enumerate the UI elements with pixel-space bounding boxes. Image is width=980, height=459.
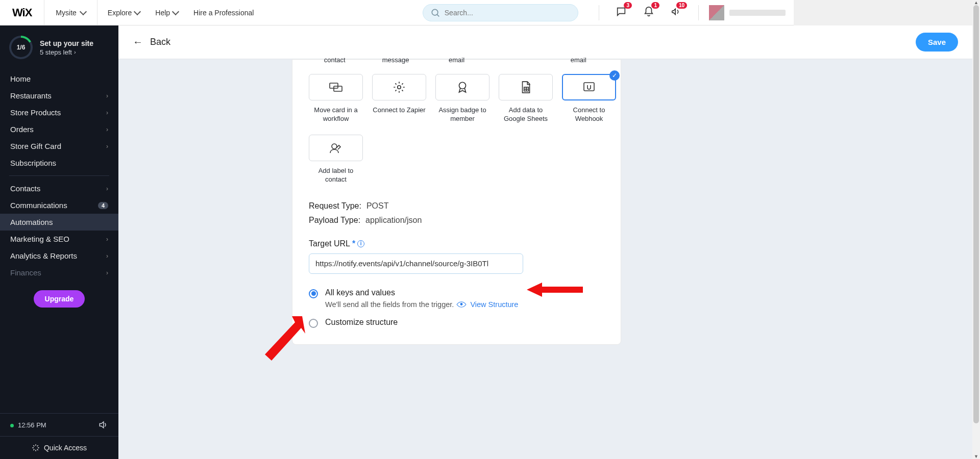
info-icon[interactable]: i — [357, 240, 364, 247]
chevron-down-icon — [172, 8, 179, 15]
sidebar-item-analytics-reports[interactable]: Analytics & Reports› — [0, 247, 118, 264]
sidebar: 1/6 Set up your site 5 steps left› Home … — [0, 26, 118, 459]
chevron-right-icon: › — [106, 126, 108, 133]
chevron-right-icon: › — [106, 269, 108, 276]
scroll-down-icon[interactable]: ▼ — [972, 454, 980, 459]
sidebar-item-restaurants[interactable]: Restaurants› — [0, 87, 118, 104]
menu-help-label: Help — [155, 9, 170, 17]
target-url-input[interactable] — [309, 253, 523, 274]
main-stage: ← Back Save contact message email email … — [118, 26, 972, 459]
setup-title: Set up your site — [40, 39, 93, 47]
sidebar-item-label: Communications — [10, 201, 67, 210]
setup-progress[interactable]: 1/6 Set up your site 5 steps left› — [0, 26, 118, 70]
action-label: email — [571, 56, 586, 65]
status-dot-icon — [10, 424, 14, 427]
action-add-label: Add label to contact — [309, 135, 363, 184]
chevron-right-icon: › — [106, 143, 108, 150]
bell-icon[interactable]: 1 — [643, 6, 654, 19]
announce-badge: 10 — [676, 2, 687, 9]
search-input[interactable] — [445, 9, 571, 17]
scroll-up-icon[interactable]: ▲ — [972, 0, 980, 5]
contact-label-icon — [329, 141, 343, 155]
chevron-right-icon: › — [106, 236, 108, 243]
chevron-right-icon: › — [106, 252, 108, 260]
sidebar-item-finances[interactable]: Finances› — [0, 264, 118, 281]
menu-explore[interactable]: Explore — [108, 9, 140, 17]
divider — [698, 5, 699, 20]
site-name: Mysite — [56, 9, 76, 17]
comm-badge: 4 — [98, 202, 108, 209]
menu-help[interactable]: Help — [155, 9, 178, 17]
wix-logo[interactable]: WiX — [0, 0, 44, 25]
sidebar-item-label: Analytics & Reports — [10, 251, 77, 260]
scroll-thumb[interactable] — [973, 5, 979, 423]
window-scrollbar[interactable]: ▲ ▼ — [972, 0, 980, 459]
quick-access-label: Quick Access — [44, 444, 87, 452]
action-label: contact — [324, 56, 346, 65]
radio-all-keys[interactable]: All keys and values We'll send all the f… — [309, 288, 604, 309]
action-box[interactable] — [309, 74, 363, 100]
action-box-selected[interactable] — [562, 74, 616, 100]
payload-type-label: Payload Type: — [309, 216, 360, 225]
request-type-row: Request Type: POST — [309, 201, 604, 211]
save-button[interactable]: Save — [916, 33, 958, 52]
sparkle-icon — [32, 444, 40, 452]
sidebar-item-home[interactable]: Home — [0, 70, 118, 87]
sidebar-item-store-products[interactable]: Store Products› — [0, 104, 118, 121]
sidebar-item-store-gift-card[interactable]: Store Gift Card› — [0, 138, 118, 155]
radio-all-desc: We'll send all the fields from the trigg… — [325, 300, 518, 309]
sidebar-item-label: Restaurants — [10, 91, 52, 100]
radio-icon — [309, 289, 318, 298]
sidebar-item-marketing-seo[interactable]: Marketing & SEO› — [0, 231, 118, 247]
search-box[interactable] — [423, 4, 578, 21]
chevron-right-icon: › — [106, 92, 108, 99]
action-label: Connect to Webhook — [562, 106, 616, 123]
action-box[interactable] — [372, 74, 426, 100]
action-box[interactable] — [499, 74, 553, 100]
account-menu[interactable] — [709, 5, 794, 20]
quick-access[interactable]: Quick Access — [0, 436, 118, 459]
sidebar-item-label: Contacts — [10, 184, 40, 193]
sidebar-item-subscriptions[interactable]: Subscriptions — [0, 155, 118, 171]
top-bar: WiX Mysite Explore Help Hire a Professio… — [0, 0, 794, 26]
badge-icon — [456, 81, 469, 94]
svg-line-1 — [437, 14, 439, 16]
action-label: message — [382, 56, 409, 65]
payload-type-value: application/json — [365, 216, 422, 225]
announce-icon[interactable]: 10 — [671, 6, 682, 19]
radio-all-title: All keys and values — [325, 288, 518, 297]
site-selector[interactable]: Mysite — [44, 0, 97, 25]
eye-icon — [457, 299, 467, 310]
action-webhook: Connect to Webhook — [562, 74, 616, 123]
clock-row: 12:56 PM — [0, 414, 118, 436]
top-icons: 3 1 10 — [599, 5, 699, 20]
sidebar-item-label: Home — [10, 74, 31, 83]
account-name-redacted — [729, 10, 786, 16]
chevron-down-icon — [134, 8, 141, 15]
bell-badge: 1 — [651, 2, 659, 9]
action-label: Move card in a workflow — [309, 106, 363, 123]
sidebar-item-orders[interactable]: Orders› — [0, 121, 118, 138]
menu-hire[interactable]: Hire a Professional — [193, 9, 254, 17]
progress-ring-icon: 1/6 — [9, 36, 33, 59]
sidebar-item-communications[interactable]: Communications4 — [0, 197, 118, 214]
chat-icon[interactable]: 3 — [616, 6, 627, 19]
sidebar-item-automations[interactable]: Automations — [0, 214, 118, 231]
svg-point-10 — [332, 144, 337, 149]
chevron-right-icon: › — [106, 185, 108, 192]
volume-icon[interactable] — [98, 420, 108, 430]
action-box[interactable] — [309, 135, 363, 161]
upgrade-button[interactable]: Upgrade — [34, 290, 85, 308]
chat-badge: 3 — [624, 2, 632, 9]
view-structure-link[interactable]: View Structure — [470, 300, 518, 309]
menu-explore-label: Explore — [108, 9, 132, 17]
action-box[interactable] — [435, 74, 489, 100]
radio-customize[interactable]: Customize structure — [309, 318, 604, 328]
cards-icon — [328, 81, 344, 93]
sidebar-item-contacts[interactable]: Contacts› — [0, 180, 118, 197]
sheet-icon — [520, 81, 531, 94]
back-button[interactable]: ← Back — [133, 36, 170, 48]
sub-header: ← Back Save — [118, 26, 972, 59]
arrow-left-icon: ← — [133, 36, 143, 48]
action-label: Add data to Google Sheets — [499, 106, 553, 123]
